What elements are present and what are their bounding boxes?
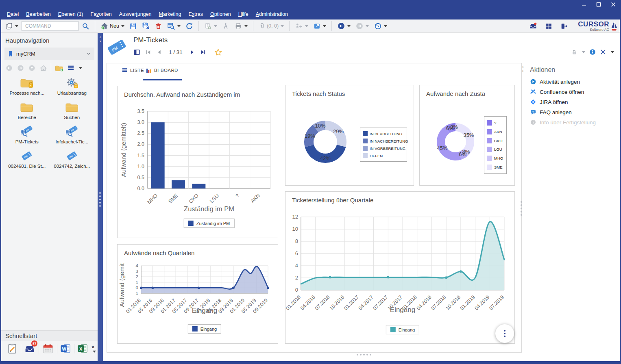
floppy-icon [129, 22, 137, 30]
first-page-button[interactable] [145, 49, 151, 55]
menu-administration[interactable]: Administration [252, 10, 292, 19]
legend-label: IN BEARBEITUNG [370, 132, 402, 136]
menu-extras[interactable]: Extras [185, 10, 206, 19]
window-copy-button[interactable] [4, 21, 20, 31]
dropdown-caret[interactable] [244, 25, 248, 27]
svg-text:MHO: MHO [146, 193, 159, 205]
sidebar-item-pm-tickets[interactable]: PMPM-Tickets [4, 124, 50, 147]
last-page-button[interactable] [200, 49, 206, 55]
tab-bi-board[interactable]: BI-BOARD [146, 67, 178, 73]
folder-plus-icon[interactable] [55, 64, 63, 72]
command-input[interactable] [22, 21, 78, 31]
svg-text:3.0: 3.0 [137, 119, 144, 125]
prev-page-button[interactable] [156, 49, 162, 55]
next-page-button[interactable] [189, 49, 195, 55]
sidebar-item-bereiche[interactable]: Bereiche [4, 100, 50, 122]
expand-right-icon[interactable]: › [98, 39, 103, 43]
menu-datei[interactable]: Datei [3, 10, 22, 19]
chart-legend: Eingang [386, 325, 419, 334]
dropdown-caret[interactable] [384, 25, 387, 27]
svg-text:0.0: 0.0 [137, 186, 144, 191]
print-button[interactable] [233, 21, 249, 31]
quickstart-notes-button[interactable] [7, 342, 17, 355]
quickstart-overflow-button[interactable]: » [91, 342, 98, 355]
tab-liste[interactable]: LISTE [122, 67, 144, 73]
dropdown-caret[interactable] [347, 25, 351, 27]
right-splitter[interactable] [521, 201, 522, 216]
sidebar-splitter[interactable]: ‹ › [98, 33, 103, 361]
action-jira-ffnen[interactable]: JIRA öffnen [530, 99, 596, 105]
dropdown-caret[interactable] [582, 51, 585, 53]
refresh-button[interactable] [184, 21, 195, 31]
info-icon[interactable] [589, 48, 596, 56]
tab-bar: LISTEBI-BOARD [107, 63, 521, 81]
bottom-splitter[interactable] [357, 354, 371, 355]
action-faq-anlegen[interactable]: ?FAQ anlegen [530, 109, 596, 115]
notifications-button[interactable] [527, 21, 539, 31]
nav-back-icon[interactable] [5, 64, 13, 72]
legend-swatch [487, 129, 492, 134]
dropdown-caret[interactable] [611, 51, 614, 53]
open-new-window-button[interactable] [312, 21, 328, 31]
panel-toggle-icon[interactable] [133, 49, 140, 55]
nav-home-icon[interactable] [39, 64, 47, 72]
chevron-down-icon[interactable] [86, 51, 91, 56]
favorite-star-button[interactable] [214, 48, 222, 56]
attachments-button[interactable]: (0, 0) [257, 21, 285, 31]
dropdown-caret[interactable] [177, 25, 181, 27]
lock-icon[interactable] [571, 49, 577, 56]
save-button[interactable] [128, 21, 139, 31]
forward-button[interactable] [354, 21, 370, 31]
app-grid-button[interactable] [543, 21, 554, 31]
discard-button[interactable] [140, 21, 152, 31]
action-aktivit-t-anlegen[interactable]: Aktivität anlegen [530, 78, 596, 85]
dropdown-caret[interactable] [79, 67, 82, 69]
dropdown-caret[interactable] [15, 25, 18, 27]
menu-ebenen-1[interactable]: Ebenen (1) [54, 10, 87, 19]
quickstart-word-button[interactable]: W [60, 342, 71, 355]
menu-auswertungen[interactable]: Auswertungen [115, 10, 155, 19]
minimize-button[interactable] [580, 1, 588, 8]
nav-forward-icon[interactable] [17, 64, 24, 72]
hamburger-blue-icon[interactable] [67, 65, 74, 71]
sidebar-item-urlaubsantrag[interactable]: Urlaubsantrag [50, 75, 95, 98]
sidebar-item-0024681-die-st[interactable]: PM0024681, Die St... [4, 148, 50, 171]
relations-button[interactable] [220, 21, 231, 31]
copy-record-button[interactable] [203, 21, 219, 31]
history-button[interactable] [372, 21, 389, 31]
workspace-select[interactable]: myCRM [4, 48, 94, 60]
menu-bearbeiten[interactable]: Bearbeiten [22, 10, 54, 19]
legend-item: ? [487, 120, 504, 126]
maximize-button[interactable] [594, 1, 603, 8]
menu-favoriten[interactable]: Favoriten [87, 10, 115, 19]
delete-button[interactable] [153, 21, 163, 31]
menu-marketing[interactable]: Marketing [155, 10, 185, 19]
sidebar: Hauptnavigation myCRM Prozesse nach...Ur… [1, 33, 98, 361]
svg-text:Aufwand (gemittelt): Aufwand (gemittelt) [120, 123, 127, 177]
menu-hilfe[interactable]: Hilfe [235, 10, 252, 19]
menu-optionen[interactable]: Optionen [207, 10, 235, 19]
sidebar-item-0024742-zeich[interactable]: PM0024742, Zeich... [50, 148, 95, 171]
grid-icon [545, 22, 553, 30]
quickstart-excel-button[interactable]: X [77, 342, 88, 355]
more-options-fab[interactable] [495, 324, 514, 343]
sidebar-item-infokachel-tic[interactable]: PMInfokachel-Tic... [50, 124, 95, 147]
export-button[interactable] [293, 21, 310, 31]
quickstart-calendar-button[interactable] [42, 342, 54, 355]
close-button[interactable] [609, 1, 618, 8]
search-mask-button[interactable] [165, 21, 182, 31]
nav-up-icon[interactable] [28, 64, 36, 72]
tab-label: BI-BOARD [154, 68, 178, 73]
logout-button[interactable] [558, 21, 570, 31]
dropdown-caret[interactable] [121, 25, 124, 27]
new-button[interactable]: Neu [99, 21, 126, 31]
back-button[interactable] [336, 21, 352, 31]
sidebar-item-suchen[interactable]: Suchen [50, 100, 95, 122]
close-record-button[interactable] [600, 49, 606, 55]
actions-collapse-icons[interactable]: ‹› [522, 65, 523, 73]
quickstart-inbox-button[interactable]: 57 [24, 342, 35, 355]
action-confluence-ffnen[interactable]: Confluence öffnen [530, 89, 596, 95]
dropdown-caret[interactable] [323, 25, 326, 27]
sidebar-item-prozesse-nach[interactable]: Prozesse nach... [4, 75, 50, 98]
command-search-button[interactable] [80, 21, 91, 31]
